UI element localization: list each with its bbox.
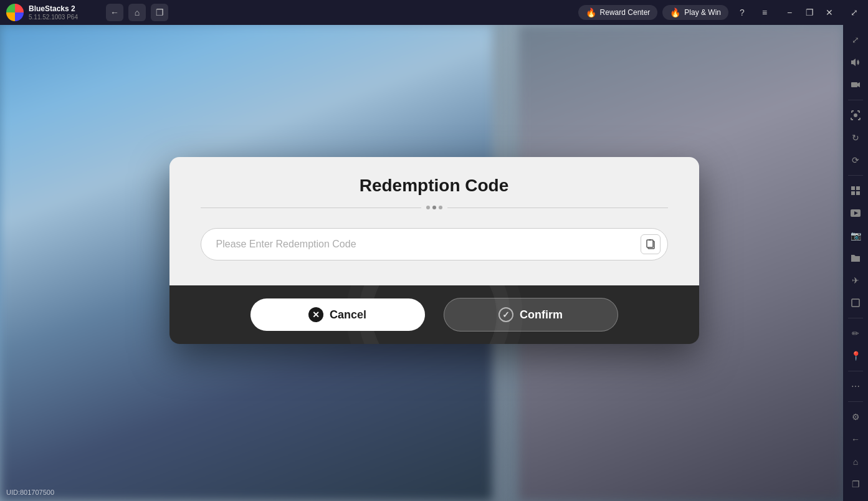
divider-line-right xyxy=(447,208,668,208)
confirm-label: Confirm xyxy=(520,308,563,322)
dialog-divider xyxy=(201,206,668,209)
svg-rect-11 xyxy=(649,239,651,241)
divider-dots xyxy=(426,206,442,209)
dialog-bottom: ✕ Cancel ✓ Confirm xyxy=(169,285,699,344)
divider-line-left xyxy=(201,208,421,208)
paste-button[interactable] xyxy=(641,234,661,254)
confirm-button[interactable]: ✓ Confirm xyxy=(444,298,618,332)
confirm-icon: ✓ xyxy=(498,307,513,322)
dialog-overlay: Redemption Code xyxy=(0,0,868,501)
redemption-code-input[interactable] xyxy=(201,228,668,260)
svg-rect-10 xyxy=(647,240,653,247)
divider-dot-1 xyxy=(426,206,430,209)
divider-dot-3 xyxy=(439,206,442,209)
cancel-label: Cancel xyxy=(330,308,366,322)
divider-dot-2 xyxy=(432,206,436,209)
redemption-dialog: Redemption Code xyxy=(169,157,699,344)
redemption-input-wrap xyxy=(201,228,668,260)
dialog-title: Redemption Code xyxy=(201,176,668,196)
dialog-top: Redemption Code xyxy=(169,157,699,285)
cancel-icon: ✕ xyxy=(308,307,323,322)
cancel-button[interactable]: ✕ Cancel xyxy=(250,298,425,331)
